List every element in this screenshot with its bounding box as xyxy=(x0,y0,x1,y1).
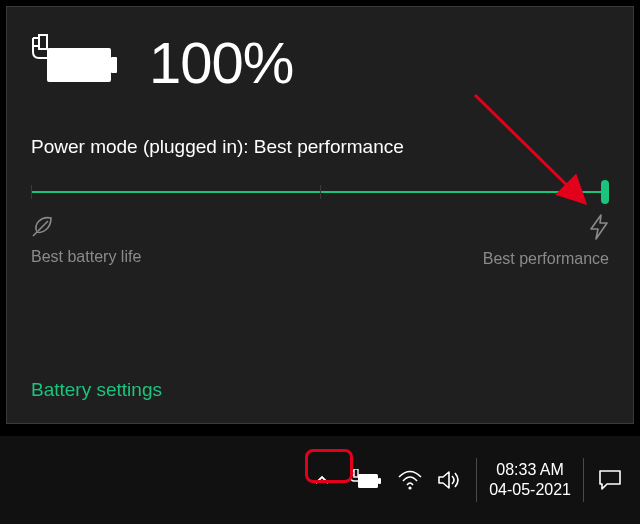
svg-rect-4 xyxy=(354,469,358,477)
svg-rect-6 xyxy=(378,478,381,484)
tray-separator xyxy=(476,458,477,502)
battery-header: 100% xyxy=(31,29,609,96)
tray-date: 04-05-2021 xyxy=(489,480,571,500)
svg-rect-1 xyxy=(47,48,111,82)
tray-action-center-icon[interactable] xyxy=(590,460,630,500)
tray-separator xyxy=(583,458,584,502)
battery-charging-icon xyxy=(31,34,121,92)
taskbar: 08:33 AM 04-05-2021 xyxy=(0,436,640,524)
svg-rect-5 xyxy=(358,474,378,488)
power-mode-label: Power mode (plugged in): Best performanc… xyxy=(31,136,609,158)
slider-right-label: Best performance xyxy=(483,250,609,268)
slider-left-label-group: Best battery life xyxy=(31,214,141,268)
battery-percent-text: 100% xyxy=(149,29,293,96)
tray-volume-icon[interactable] xyxy=(430,460,470,500)
svg-point-7 xyxy=(409,486,412,489)
battery-flyout: 100% Power mode (plugged in): Best perfo… xyxy=(6,6,634,424)
slider-tick xyxy=(320,185,321,199)
slider-left-label: Best battery life xyxy=(31,248,141,266)
slider-labels: Best battery life Best performance xyxy=(31,214,609,268)
leaf-icon xyxy=(31,214,141,242)
slider-right-label-group: Best performance xyxy=(483,214,609,268)
battery-settings-link[interactable]: Battery settings xyxy=(31,379,162,401)
lightning-icon xyxy=(589,214,609,244)
slider-tick xyxy=(31,185,32,199)
tray-battery-icon[interactable] xyxy=(342,460,390,500)
tray-wifi-icon[interactable] xyxy=(390,460,430,500)
slider-thumb[interactable] xyxy=(601,180,609,204)
tray-time: 08:33 AM xyxy=(496,460,564,480)
tray-overflow-chevron-icon[interactable] xyxy=(302,460,342,500)
svg-rect-0 xyxy=(39,35,47,49)
svg-rect-2 xyxy=(111,57,117,73)
power-mode-slider[interactable] xyxy=(31,182,609,202)
tray-clock[interactable]: 08:33 AM 04-05-2021 xyxy=(483,460,577,500)
